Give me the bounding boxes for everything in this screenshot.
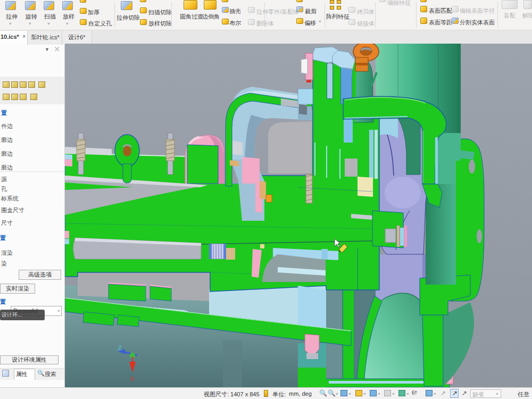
svg-text:Z: Z	[118, 345, 122, 351]
svg-text:X: X	[130, 376, 135, 382]
